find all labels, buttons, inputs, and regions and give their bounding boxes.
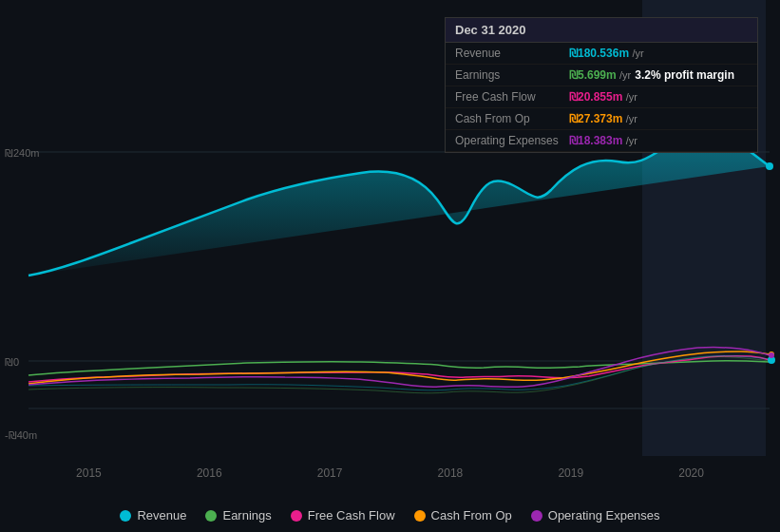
legend-cashop-label: Cash From Op — [431, 508, 512, 522]
tooltip-opex-label: Operating Expenses — [455, 134, 569, 147]
legend-fcf-label: Free Cash Flow — [308, 508, 395, 522]
tooltip-revenue-row: Revenue ₪180.536m /yr — [446, 43, 757, 65]
legend-fcf-dot — [291, 510, 302, 522]
x-label-2017: 2017 — [317, 466, 343, 480]
tooltip-date: Dec 31 2020 — [446, 18, 757, 43]
y-label-top: ₪240m — [5, 147, 40, 160]
legend-earnings-dot — [205, 510, 217, 522]
tooltip-revenue-label: Revenue — [455, 47, 569, 60]
x-axis: 2015 2016 2017 2018 2019 2020 — [0, 466, 780, 480]
svg-point-6 — [769, 352, 774, 358]
tooltip-profit-margin: 3.2% profit margin — [635, 68, 734, 82]
x-label-2020: 2020 — [678, 466, 704, 480]
legend-revenue[interactable]: Revenue — [120, 508, 186, 522]
tooltip-earnings-row: Earnings ₪5.699m /yr 3.2% profit margin — [446, 65, 757, 86]
svg-point-3 — [766, 162, 773, 170]
legend-fcf[interactable]: Free Cash Flow — [291, 508, 395, 522]
legend-opex-dot — [531, 510, 542, 522]
legend-revenue-dot — [120, 510, 131, 522]
tooltip-fcf-value: ₪20.855m /yr — [569, 90, 637, 104]
tooltip-card: Dec 31 2020 Revenue ₪180.536m /yr Earnin… — [445, 17, 758, 153]
tooltip-fcf-row: Free Cash Flow ₪20.855m /yr — [446, 86, 757, 108]
tooltip-revenue-value: ₪180.536m /yr — [569, 47, 644, 60]
tooltip-cashop-label: Cash From Op — [455, 112, 569, 125]
legend-opex-label: Operating Expenses — [548, 508, 660, 522]
y-label-bottom: -₪40m — [5, 429, 37, 442]
x-label-2015: 2015 — [76, 466, 102, 480]
x-label-2018: 2018 — [438, 466, 464, 480]
legend-cashop-dot — [414, 510, 426, 522]
x-label-2019: 2019 — [558, 466, 583, 480]
tooltip-opex-value: ₪18.383m /yr — [569, 134, 637, 147]
legend-revenue-label: Revenue — [137, 508, 186, 522]
tooltip-opex-row: Operating Expenses ₪18.383m /yr — [446, 130, 757, 152]
tooltip-fcf-label: Free Cash Flow — [455, 90, 569, 104]
legend-cashop[interactable]: Cash From Op — [414, 508, 512, 522]
legend-earnings-label: Earnings — [222, 508, 271, 522]
chart-legend: Revenue Earnings Free Cash Flow Cash Fro… — [0, 508, 780, 522]
tooltip-earnings-label: Earnings — [455, 68, 569, 82]
tooltip-earnings-value: ₪5.699m /yr — [569, 68, 631, 82]
legend-opex[interactable]: Operating Expenses — [531, 508, 660, 522]
y-label-mid: ₪0 — [5, 356, 19, 369]
legend-earnings[interactable]: Earnings — [205, 508, 271, 522]
x-label-2016: 2016 — [197, 466, 222, 480]
tooltip-cashop-value: ₪27.373m /yr — [569, 112, 637, 125]
tooltip-cashop-row: Cash From Op ₪27.373m /yr — [446, 108, 757, 130]
